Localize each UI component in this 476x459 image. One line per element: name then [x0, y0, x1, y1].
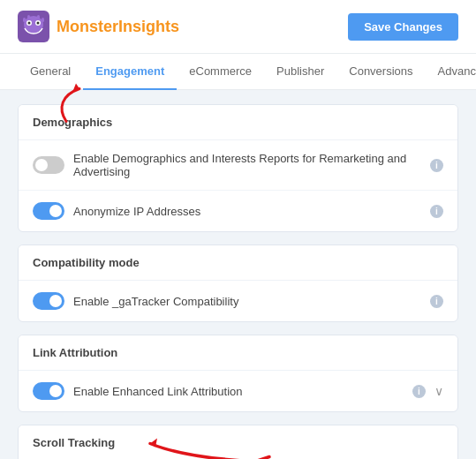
settings-content: Demographics Enable Demographics and Int…: [0, 90, 476, 459]
link-attribution-card: Link Attribution Enable Enhanced Link At…: [18, 335, 458, 412]
compatibility-body: Enable _gaTracker Compatibility i: [19, 281, 457, 321]
enhanced-link-toggle[interactable]: [33, 382, 64, 400]
enhanced-link-expand-icon[interactable]: ∨: [434, 384, 443, 398]
anonymize-ip-label: Anonymize IP Addresses: [73, 205, 421, 218]
demographics-remarketing-slider: [33, 156, 64, 174]
tab-advanced[interactable]: Advanced: [426, 54, 476, 90]
svg-rect-6: [23, 18, 26, 22]
scroll-tracking-header: Scroll Tracking: [19, 425, 457, 459]
enhanced-link-info-icon[interactable]: i: [412, 385, 426, 398]
tab-engagement[interactable]: Engagement: [83, 54, 177, 90]
anonymize-ip-toggle[interactable]: [33, 202, 64, 220]
enhanced-link-slider: [33, 382, 64, 400]
tab-publisher[interactable]: Publisher: [264, 54, 336, 90]
logo-text-accent: Insights: [118, 18, 179, 35]
compatibility-card: Compatibility mode Enable _gaTracker Com…: [18, 245, 458, 322]
ga-tracker-slider: [33, 292, 64, 310]
enhanced-link-label: Enable Enhanced Link Attribution: [73, 385, 404, 398]
anonymize-ip-info-icon[interactable]: i: [430, 205, 443, 218]
enhanced-link-row: Enable Enhanced Link Attribution i ∨: [19, 371, 457, 411]
ga-tracker-row: Enable _gaTracker Compatibility i: [19, 281, 457, 321]
svg-rect-8: [27, 15, 30, 19]
logo: MonsterInsights: [18, 11, 179, 42]
logo-text-regular: Monster: [57, 18, 118, 35]
link-attribution-header: Link Attribution: [19, 335, 457, 371]
nav-tabs: General Engagement eCommerce Publisher C…: [0, 54, 476, 90]
demographics-remarketing-toggle[interactable]: [33, 156, 64, 174]
svg-point-5: [37, 22, 40, 25]
anonymize-ip-row: Anonymize IP Addresses i: [19, 191, 457, 231]
demographics-remarketing-label: Enable Demographics and Interests Report…: [73, 152, 421, 178]
tab-general[interactable]: General: [18, 54, 83, 90]
svg-rect-9: [37, 15, 40, 19]
ga-tracker-info-icon[interactable]: i: [430, 295, 443, 308]
save-changes-button[interactable]: Save Changes: [348, 13, 458, 41]
header: MonsterInsights Save Changes: [0, 0, 476, 54]
svg-rect-7: [42, 18, 44, 22]
svg-point-4: [28, 22, 31, 25]
logo-icon: [18, 11, 49, 42]
logo-text: MonsterInsights: [57, 18, 179, 36]
demographics-remarketing-row: Enable Demographics and Interests Report…: [19, 140, 457, 191]
scroll-tracking-card: Scroll Tracking Track Scrolling Depth i: [18, 425, 458, 459]
anonymize-ip-slider: [33, 202, 64, 220]
ga-tracker-toggle[interactable]: [33, 292, 64, 310]
tab-ecommerce[interactable]: eCommerce: [177, 54, 264, 90]
demographics-header: Demographics: [19, 105, 457, 140]
demographics-remarketing-info-icon[interactable]: i: [430, 159, 443, 172]
compatibility-header: Compatibility mode: [19, 245, 457, 281]
ga-tracker-label: Enable _gaTracker Compatibility: [73, 295, 421, 308]
demographics-card: Demographics Enable Demographics and Int…: [18, 104, 458, 232]
demographics-body: Enable Demographics and Interests Report…: [19, 140, 457, 231]
tab-conversions[interactable]: Conversions: [336, 54, 425, 90]
link-attribution-body: Enable Enhanced Link Attribution i ∨: [19, 371, 457, 411]
